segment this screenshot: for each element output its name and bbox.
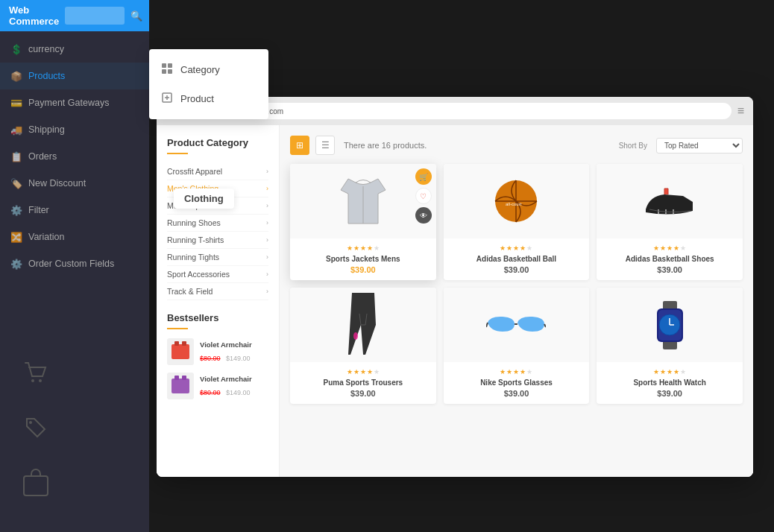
sidebar-item-variation-label: Variation bbox=[28, 232, 64, 242]
star: ★ bbox=[360, 244, 366, 252]
browser-menu-icon[interactable]: ≡ bbox=[737, 104, 744, 118]
sidebar-item-filter[interactable]: ⚙️ Filter bbox=[0, 197, 149, 224]
search-input[interactable] bbox=[65, 7, 125, 25]
svg-line-21 bbox=[486, 323, 488, 327]
svg-rect-10 bbox=[174, 341, 179, 346]
right-panel: ⊞ ☰ There are 16 products. Short By Top … bbox=[280, 125, 753, 477]
sidebar-item-products[interactable]: 📦 Products bbox=[0, 63, 149, 89]
sort-select[interactable]: Top Rated Price: Low to High Price: High… bbox=[656, 138, 743, 153]
star: ★ bbox=[374, 368, 380, 376]
clothing-badge: Clothing bbox=[174, 189, 234, 209]
star: ★ bbox=[374, 244, 380, 252]
category-item[interactable]: Running T-shirts› bbox=[167, 232, 268, 249]
svg-rect-13 bbox=[174, 376, 179, 380]
svg-text:all-court: all-court bbox=[506, 202, 522, 206]
product-image bbox=[597, 164, 743, 238]
product-card[interactable]: all-court ★★★★★ Adidas Basketball Ball $… bbox=[444, 164, 590, 280]
browser-content: Product Category Crossfit Apparel›Men's … bbox=[157, 125, 753, 477]
left-panel: Product Category Crossfit Apparel›Men's … bbox=[157, 125, 280, 477]
grid-view-button[interactable]: ⊞ bbox=[290, 136, 309, 155]
star: ★ bbox=[673, 244, 679, 252]
sidebar-item-payment[interactable]: 💳 Payment Gateways bbox=[0, 89, 149, 116]
star: ★ bbox=[680, 368, 686, 376]
bestseller-old-price-2: $80.00 bbox=[200, 389, 221, 396]
star: ★ bbox=[506, 368, 512, 376]
category-item[interactable]: Running Tights› bbox=[167, 249, 268, 266]
shipping-icon: 🚚 bbox=[10, 124, 22, 136]
star: ★ bbox=[347, 368, 353, 376]
product-image bbox=[290, 288, 436, 362]
star: ★ bbox=[367, 244, 373, 252]
bestseller-old-price-1: $80.00 bbox=[200, 355, 221, 362]
sidebar-item-filter-label: Filter bbox=[28, 205, 49, 215]
bag-icon bbox=[22, 467, 49, 502]
category-item[interactable]: Running Shoes› bbox=[167, 215, 268, 232]
product-name: Sports Jackets Mens bbox=[296, 255, 430, 263]
product-card[interactable]: ★★★★★ Adidas Basketball Shoes $39.00 bbox=[597, 164, 743, 280]
star: ★ bbox=[506, 244, 512, 252]
star: ★ bbox=[360, 368, 366, 376]
product-card[interactable]: 🛒 ♡ 👁 ★★★★★ Sports Jackets Mens $39.00 bbox=[290, 164, 436, 280]
bestseller-new-price-1: $149.00 bbox=[226, 355, 251, 362]
bestseller-img-1 bbox=[167, 338, 194, 365]
category-title-underline bbox=[167, 153, 188, 154]
star: ★ bbox=[367, 368, 373, 376]
product-card[interactable]: ★★★★★ Puma Sports Trousers $39.00 bbox=[290, 288, 436, 404]
product-name: Nike Sports Glasses bbox=[450, 379, 584, 387]
product-name: Sports Health Watch bbox=[602, 379, 737, 387]
bestsellers-underline bbox=[167, 328, 188, 329]
category-item[interactable]: Crossfit Apparel› bbox=[167, 163, 268, 180]
svg-point-0 bbox=[31, 379, 34, 382]
star: ★ bbox=[500, 244, 506, 252]
list-view-button[interactable]: ☰ bbox=[315, 136, 335, 155]
sidebar-item-currency[interactable]: 💲 currency bbox=[0, 36, 149, 63]
product-rating: ★★★★★ bbox=[602, 368, 737, 376]
sidebar-item-shipping[interactable]: 🚚 Shipping bbox=[0, 116, 149, 143]
wishlist-button[interactable]: ♡ bbox=[415, 188, 432, 204]
product-card[interactable]: ★★★★★ Nike Sports Glasses $39.00 bbox=[444, 288, 590, 404]
category-item[interactable]: Track & Field› bbox=[167, 283, 268, 300]
search-icon-button[interactable]: 🔍 bbox=[130, 10, 142, 22]
product-info: ★★★★★ Adidas Basketball Shoes $39.00 bbox=[597, 238, 743, 280]
app-title: Web Commerce bbox=[9, 4, 59, 27]
products-toolbar: ⊞ ☰ There are 16 products. Short By Top … bbox=[290, 136, 743, 155]
sidebar-item-variation[interactable]: 🔀 Variation bbox=[0, 224, 149, 250]
sidebar-item-discount[interactable]: 🏷️ New Discount bbox=[0, 170, 149, 197]
sidebar-item-discount-label: New Discount bbox=[28, 178, 86, 189]
dropdown-item-category[interactable]: Category bbox=[149, 55, 268, 84]
product-card[interactable]: ★★★★★ Sports Health Watch $39.00 bbox=[597, 288, 743, 404]
sidebar-item-orders[interactable]: 📋 Orders bbox=[0, 143, 149, 170]
payment-icon: 💳 bbox=[10, 97, 22, 109]
product-price: $39.00 bbox=[296, 389, 430, 398]
sidebar-item-products-label: Products bbox=[28, 71, 65, 81]
product-image bbox=[444, 288, 590, 362]
category-item[interactable]: Sport Accessories› bbox=[167, 266, 268, 283]
product-name: Puma Sports Trousers bbox=[296, 379, 430, 387]
bestseller-item-1: Violet Armchair $80.00 $149.00 bbox=[167, 338, 268, 365]
star: ★ bbox=[680, 244, 686, 252]
currency-icon: 💲 bbox=[10, 43, 22, 55]
svg-rect-12 bbox=[172, 379, 189, 393]
star: ★ bbox=[660, 368, 666, 376]
star: ★ bbox=[526, 368, 532, 376]
svg-line-22 bbox=[544, 324, 546, 327]
category-icon bbox=[161, 63, 173, 77]
orders-icon: 📋 bbox=[10, 151, 22, 162]
sidebar-item-custom-fields[interactable]: ⚙️ Order Custom Fields bbox=[0, 250, 149, 277]
category-panel-title: Product Category bbox=[167, 137, 268, 148]
url-bar[interactable]: 🔒 https › domain.com bbox=[201, 103, 731, 119]
sidebar-item-shipping-label: Shipping bbox=[28, 124, 65, 135]
svg-rect-11 bbox=[182, 341, 186, 346]
quick-view-button[interactable]: 👁 bbox=[415, 207, 432, 224]
svg-rect-4 bbox=[162, 63, 166, 68]
product-info: ★★★★★ Sports Jackets Mens $39.00 bbox=[290, 238, 436, 280]
star: ★ bbox=[347, 244, 353, 252]
star: ★ bbox=[520, 244, 526, 252]
sidebar-item-orders-label: Orders bbox=[28, 151, 57, 162]
sidebar-bottom-icons bbox=[0, 360, 149, 502]
svg-point-2 bbox=[29, 421, 32, 424]
add-to-cart-button[interactable]: 🛒 bbox=[415, 168, 432, 185]
filter-icon: ⚙️ bbox=[10, 204, 22, 216]
product-price: $39.00 bbox=[602, 389, 737, 398]
dropdown-item-product[interactable]: Product bbox=[149, 84, 268, 113]
